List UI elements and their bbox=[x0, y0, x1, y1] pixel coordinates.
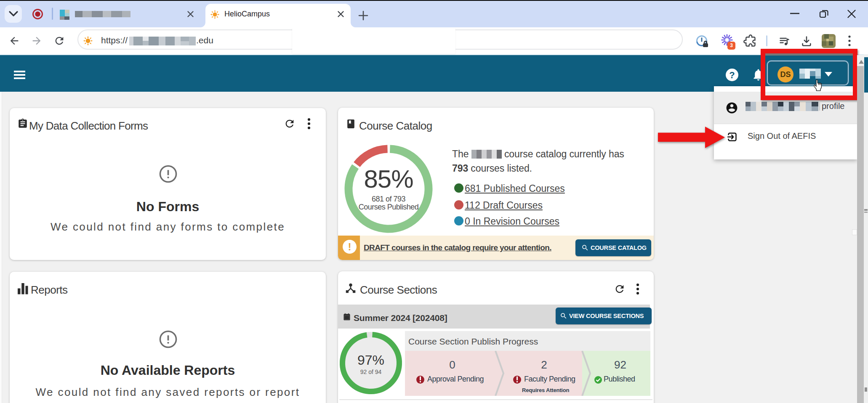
svg-text:?: ? bbox=[729, 70, 735, 80]
